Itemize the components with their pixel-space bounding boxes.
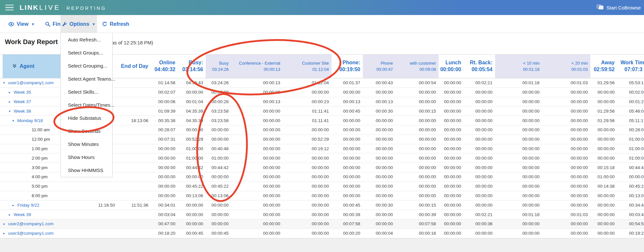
value-cell: 00:00:00 [363, 174, 395, 179]
expand-caret-icon[interactable]: ▸ [3, 222, 8, 226]
column-total: 04:40:32 [154, 66, 175, 73]
menu-item-select-groups[interactable]: Select Groups... [61, 46, 112, 59]
column-header-end-of-day[interactable]: End of Day [118, 55, 151, 78]
expand-caret-icon[interactable]: ▸ [9, 100, 14, 103]
refresh-button[interactable]: Refresh [98, 15, 133, 33]
expand-caret-icon[interactable]: ▸ [12, 203, 17, 207]
column-header-lunch[interactable]: Lunch00:00:00 [439, 55, 464, 78]
options-dropdown-menu: Auto Refresh...Select Groups...Select Gr… [60, 33, 113, 177]
report-toolbar: View ▼ Find ▼ Options ▼ Refresh [0, 15, 644, 33]
value-cell: 00:14:38 [590, 184, 617, 189]
menu-item-select-grouping[interactable]: Select Grouping... [61, 59, 112, 72]
value-cell: 00:00:00 [542, 118, 590, 123]
value-cell: 00:00:00 [590, 203, 617, 208]
row-label[interactable]: user1@company1.com [8, 80, 54, 85]
value-cell: 00:52:29 [283, 137, 331, 142]
menu-item-show-minutes[interactable]: Show Minutes [61, 138, 112, 151]
menu-item-select-dates-times[interactable]: Select Dates/Times... [61, 98, 112, 111]
row-label[interactable]: user3@company1.com [8, 231, 54, 236]
value-cell: 00:00:00 [395, 127, 439, 132]
value-cell: 00:00:00 [495, 165, 542, 170]
value-cell: 01:14:56 [151, 80, 178, 85]
value-cell: 00:00:00 [542, 99, 590, 104]
menu-item-show-hhmmss[interactable]: Show HHMMSS [61, 164, 112, 177]
menu-item-auto-refresh[interactable]: Auto Refresh... [61, 33, 112, 46]
column-header-away[interactable]: Away02:59:52 [590, 55, 617, 78]
value-cell: 00:00:00 [331, 127, 363, 132]
options-button[interactable]: Options ▼ [60, 15, 97, 33]
expand-caret-icon[interactable]: ▸ [3, 231, 8, 235]
column-header-with-customer[interactable]: with customer00:09:08 [395, 55, 439, 78]
value-cell: 00:00:00 [464, 118, 495, 123]
column-header-conference-external[interactable]: Conference - External00:00:13 [231, 55, 283, 78]
value-cell: 00:00:00 [439, 80, 464, 85]
column-total: 00:00:47 [376, 66, 393, 72]
column-header-rt-back[interactable]: Rt. Back:00:05:54 [464, 55, 495, 78]
collapse-caret-icon[interactable]: ▾ [12, 119, 17, 122]
menu-item-hide-substatus[interactable]: Hide Substatus [61, 112, 112, 125]
row-label: 3:00 pm [32, 165, 48, 170]
value-cell: 00:00:00 [495, 203, 542, 208]
column-label: Work Tim [617, 59, 644, 66]
collapse-caret-icon[interactable]: ▾ [9, 109, 14, 113]
value-cell: 00:00:00 [439, 146, 464, 151]
menu-item-select-agent-teams[interactable]: Select Agent Teams... [61, 72, 112, 85]
page-title: Work Day Report [5, 38, 58, 46]
value-cell: 00:01:03 [542, 80, 590, 85]
eye-icon [8, 22, 14, 26]
value-cell: 00:13:06 [178, 193, 206, 198]
value-cell: 00:00:00 [231, 231, 283, 236]
menu-item-show-hours[interactable]: Show Hours [61, 151, 112, 164]
column-header-online[interactable]: Online04:40:32 [151, 55, 178, 78]
value-cell: 00:00:00 [395, 146, 439, 151]
value-cell: 01:00:0 [617, 156, 644, 161]
search-icon [45, 22, 50, 27]
value-cell: 00:00:00 [395, 90, 439, 95]
value-cell: 00:47:00 [151, 221, 178, 226]
value-cell: 00:00:00 [542, 165, 590, 170]
value-cell: 00:00:00 [439, 193, 464, 198]
value-cell: 00:18:20 [151, 231, 178, 236]
column-header-busy[interactable]: Busy03:24:26 [206, 55, 231, 78]
chevron-down-icon: ▼ [92, 22, 95, 26]
tree-cell: ▸Friday 9/22 [0, 203, 78, 208]
row-label[interactable]: Monday 9/18 [17, 118, 43, 123]
value-cell: 00:00:00 [331, 146, 363, 151]
column-header-20-min[interactable]: < 20 min00:01:03 [542, 55, 590, 78]
column-header-work-tim[interactable]: Work Tim07:07:3 [617, 55, 644, 78]
value-cell: 00:00:00 [206, 212, 231, 217]
column-header-phone[interactable]: Phone00:00:47 [363, 55, 395, 78]
row-label[interactable]: Week 39 [14, 212, 31, 217]
value-cell: 00:00:00 [464, 165, 495, 170]
column-label: Phone: [343, 59, 360, 66]
start-cobrowse-button[interactable]: Start CoBrowse [597, 5, 641, 11]
menu-item-show-seconds[interactable]: Show Seconds [61, 125, 112, 138]
row-label[interactable]: Week 37 [14, 99, 31, 104]
value-cell: 00:02:07 [151, 90, 178, 95]
value-cell: 01:00:00 [178, 156, 206, 161]
value-cell: 11:16:50 [78, 203, 118, 208]
value-cell: 00:00:00 [495, 193, 542, 198]
value-cell: 00:00:00 [231, 203, 283, 208]
value-cell: 11:51:36 [118, 203, 151, 208]
row-label[interactable]: Friday 9/22 [17, 203, 40, 208]
value-cell: 00:00:00 [395, 137, 439, 142]
row-label[interactable]: Week 35 [14, 90, 31, 95]
hamburger-menu-icon[interactable] [5, 5, 14, 10]
menu-item-select-skills[interactable]: Select Skills... [61, 85, 112, 98]
value-cell: 00:00:00 [542, 193, 590, 198]
column-header-phone[interactable]: Phone:00:19:50 [331, 55, 363, 78]
view-button[interactable]: View ▼ [4, 15, 39, 33]
row-label[interactable]: Week 38 [14, 109, 31, 114]
column-header-busy[interactable]: Busy:03:14:56 [178, 55, 206, 78]
collapse-caret-icon[interactable]: ▾ [3, 81, 8, 85]
column-header-customer-site[interactable]: Customer Site01:12:04 [283, 55, 331, 78]
value-cell: 00:40:48 [206, 146, 231, 151]
column-header-10-min[interactable]: < 10 min00:01:18 [495, 55, 542, 78]
row-label[interactable]: user2@company1.com [8, 221, 54, 226]
value-cell: 00:00:00 [231, 193, 283, 198]
value-cell: 00:00:23 [283, 99, 331, 104]
expand-caret-icon[interactable]: ▸ [9, 213, 14, 216]
value-cell: 00:00:00 [495, 90, 542, 95]
expand-caret-icon[interactable]: ▸ [9, 90, 14, 94]
